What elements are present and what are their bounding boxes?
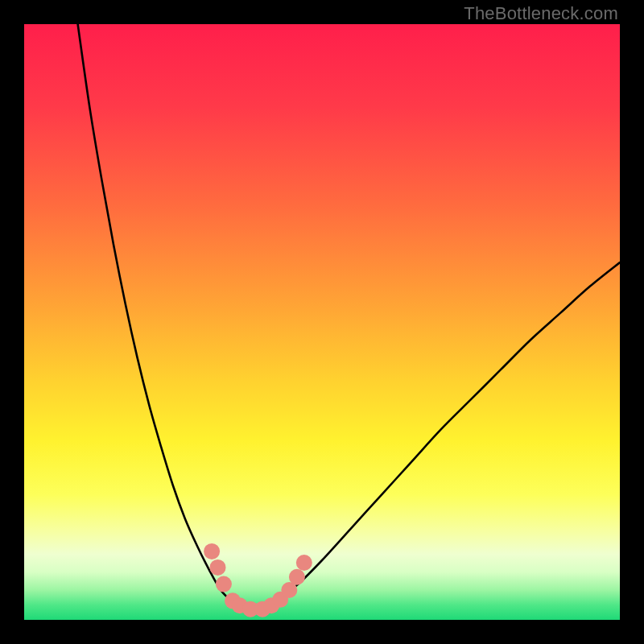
trough-marker: [216, 576, 232, 592]
watermark-text: TheBottleneck.com: [464, 3, 618, 24]
trough-marker: [289, 569, 305, 585]
chart-frame: TheBottleneck.com: [0, 0, 644, 644]
trough-markers: [204, 543, 312, 617]
trough-marker: [210, 559, 226, 576]
trough-marker: [204, 543, 220, 559]
curve-layer: [24, 24, 620, 620]
bottleneck-curve: [78, 24, 620, 609]
trough-marker: [296, 555, 312, 571]
plot-area: [24, 24, 620, 620]
